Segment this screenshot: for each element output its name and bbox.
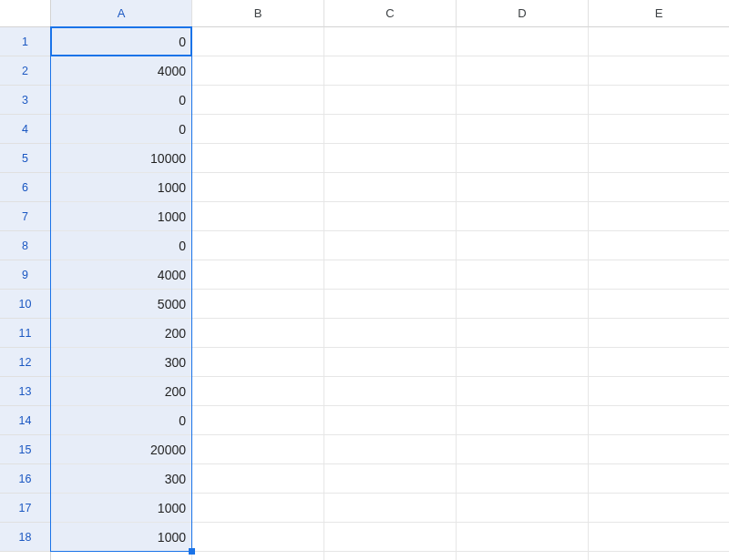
- cell-a8[interactable]: 0: [51, 231, 192, 260]
- row-header-5[interactable]: 5: [0, 144, 51, 173]
- row-header-6[interactable]: 6: [0, 173, 51, 202]
- cell-b7[interactable]: [192, 202, 324, 231]
- cell-b5[interactable]: [192, 144, 324, 173]
- cell-c7[interactable]: [324, 202, 457, 231]
- cell-c6[interactable]: [324, 173, 457, 202]
- row-header-15[interactable]: 15: [0, 435, 51, 464]
- cell-b14[interactable]: [192, 406, 324, 435]
- cell-d8[interactable]: [457, 231, 589, 260]
- row-header-4[interactable]: 4: [0, 115, 51, 144]
- cell-e1[interactable]: [589, 27, 729, 56]
- cell-c5[interactable]: [324, 144, 457, 173]
- cell-b10[interactable]: [192, 290, 324, 319]
- column-header-d[interactable]: D: [457, 0, 589, 27]
- cell-d7[interactable]: [457, 202, 589, 231]
- cell-e2[interactable]: [589, 56, 729, 86]
- cell-e6[interactable]: [589, 173, 729, 202]
- fill-handle[interactable]: [189, 548, 195, 555]
- cell-e15[interactable]: [589, 435, 729, 464]
- cell-e8[interactable]: [589, 231, 729, 260]
- cell-c19[interactable]: [324, 552, 457, 560]
- cell-a10[interactable]: 5000: [51, 290, 192, 319]
- row-header-9[interactable]: 9: [0, 260, 51, 290]
- cell-e4[interactable]: [589, 115, 729, 144]
- cell-d5[interactable]: [457, 144, 589, 173]
- cell-c2[interactable]: [324, 56, 457, 86]
- cell-b19[interactable]: [192, 552, 324, 560]
- row-header-7[interactable]: 7: [0, 202, 51, 231]
- cell-e18[interactable]: [589, 523, 729, 552]
- row-header-14[interactable]: 14: [0, 406, 51, 435]
- cell-d17[interactable]: [457, 494, 589, 523]
- column-header-a[interactable]: A: [51, 0, 192, 27]
- cell-a7[interactable]: 1000: [51, 202, 192, 231]
- row-header-12[interactable]: 12: [0, 348, 51, 377]
- cell-d15[interactable]: [457, 435, 589, 464]
- cell-c17[interactable]: [324, 494, 457, 523]
- cell-b11[interactable]: [192, 319, 324, 348]
- row-header-3[interactable]: 3: [0, 86, 51, 115]
- cell-a14[interactable]: 0: [51, 406, 192, 435]
- cell-d13[interactable]: [457, 377, 589, 406]
- row-header-16[interactable]: 16: [0, 464, 51, 494]
- cell-d16[interactable]: [457, 464, 589, 494]
- row-header-18[interactable]: 18: [0, 523, 51, 552]
- cell-b15[interactable]: [192, 435, 324, 464]
- column-header-e[interactable]: E: [589, 0, 729, 27]
- cell-b16[interactable]: [192, 464, 324, 494]
- cell-a12[interactable]: 300: [51, 348, 192, 377]
- cell-b13[interactable]: [192, 377, 324, 406]
- cell-e13[interactable]: [589, 377, 729, 406]
- cell-d18[interactable]: [457, 523, 589, 552]
- cell-b4[interactable]: [192, 115, 324, 144]
- cell-a19[interactable]: [51, 552, 192, 560]
- cell-d4[interactable]: [457, 115, 589, 144]
- cell-c15[interactable]: [324, 435, 457, 464]
- cell-b6[interactable]: [192, 173, 324, 202]
- cell-b12[interactable]: [192, 348, 324, 377]
- cell-b8[interactable]: [192, 231, 324, 260]
- cell-a11[interactable]: 200: [51, 319, 192, 348]
- column-header-b[interactable]: B: [192, 0, 324, 27]
- cell-a18[interactable]: 1000: [51, 523, 192, 552]
- cell-e17[interactable]: [589, 494, 729, 523]
- select-all-corner[interactable]: [0, 0, 51, 27]
- cell-d11[interactable]: [457, 319, 589, 348]
- cell-c16[interactable]: [324, 464, 457, 494]
- cell-d10[interactable]: [457, 290, 589, 319]
- cell-a9[interactable]: 4000: [51, 260, 192, 290]
- cell-c12[interactable]: [324, 348, 457, 377]
- cell-c1[interactable]: [324, 27, 457, 56]
- cell-d14[interactable]: [457, 406, 589, 435]
- column-header-c[interactable]: C: [324, 0, 457, 27]
- cell-e7[interactable]: [589, 202, 729, 231]
- cell-e19[interactable]: [589, 552, 729, 560]
- cell-e11[interactable]: [589, 319, 729, 348]
- cell-e5[interactable]: [589, 144, 729, 173]
- cell-e16[interactable]: [589, 464, 729, 494]
- cell-b2[interactable]: [192, 56, 324, 86]
- cell-a5[interactable]: 10000: [51, 144, 192, 173]
- row-header-13[interactable]: 13: [0, 377, 51, 406]
- cell-b9[interactable]: [192, 260, 324, 290]
- cell-d1[interactable]: [457, 27, 589, 56]
- cell-a3[interactable]: 0: [51, 86, 192, 115]
- row-header-11[interactable]: 11: [0, 319, 51, 348]
- cell-a16[interactable]: 300: [51, 464, 192, 494]
- cell-c18[interactable]: [324, 523, 457, 552]
- row-header-2[interactable]: 2: [0, 56, 51, 86]
- row-header-19[interactable]: 19: [0, 552, 51, 560]
- cell-a13[interactable]: 200: [51, 377, 192, 406]
- cell-a2[interactable]: 4000: [51, 56, 192, 86]
- cell-d12[interactable]: [457, 348, 589, 377]
- cell-d2[interactable]: [457, 56, 589, 86]
- cell-c11[interactable]: [324, 319, 457, 348]
- row-header-1[interactable]: 1: [0, 27, 51, 56]
- cell-c10[interactable]: [324, 290, 457, 319]
- cell-e14[interactable]: [589, 406, 729, 435]
- cell-c8[interactable]: [324, 231, 457, 260]
- row-header-8[interactable]: 8: [0, 231, 51, 260]
- cell-c13[interactable]: [324, 377, 457, 406]
- cell-b3[interactable]: [192, 86, 324, 115]
- cell-c4[interactable]: [324, 115, 457, 144]
